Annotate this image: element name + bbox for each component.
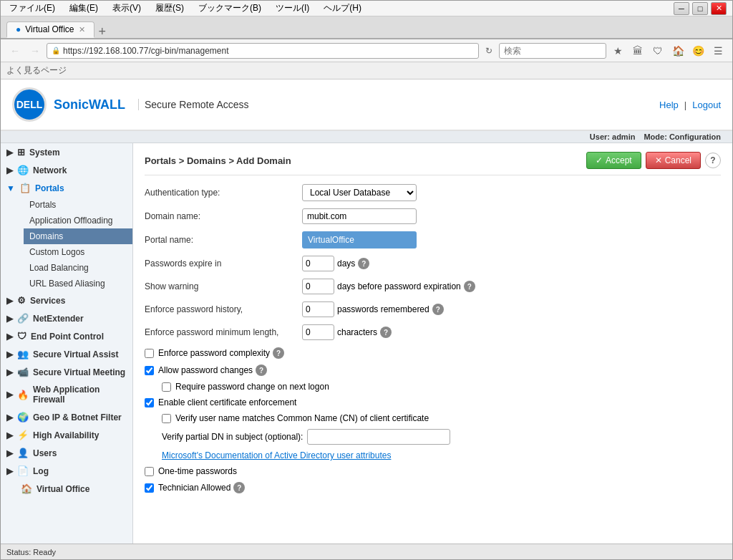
enforce-minlen-input[interactable]	[302, 324, 334, 340]
url-bar[interactable]: 🔒 https://192.168.100.77/cgi-bin/managem…	[47, 43, 479, 59]
require-change-checkbox[interactable]	[162, 382, 171, 392]
sidebar-item-log[interactable]: ▶ 📄 Log	[1, 462, 132, 480]
sidebar-item-urlaliasing[interactable]: URL Based Aliasing	[24, 276, 132, 291]
passwords-expire-input[interactable]	[302, 256, 334, 271]
menu-file[interactable]: ファイル(E)	[6, 1, 58, 15]
help-button[interactable]: ?	[705, 153, 721, 168]
passwords-expire-help-icon[interactable]: ?	[358, 258, 369, 269]
domain-name-input[interactable]	[302, 208, 417, 224]
passwords-expire-row: Passwords expire in days ?	[145, 256, 721, 271]
sidebar-label-secvirtmeet: Secure Virtual Meeting	[33, 367, 125, 377]
passwords-expire-label: Passwords expire in	[145, 259, 302, 269]
maximize-button[interactable]: □	[692, 2, 708, 15]
cancel-button[interactable]: ✕ Cancel	[646, 152, 701, 169]
sidebar-item-virtualoffice[interactable]: 🏠 Virtual Office	[1, 480, 132, 498]
check-icon: ✓	[596, 155, 603, 165]
require-change-label: Require password change on next logon	[175, 382, 329, 392]
sidebar-item-endpoint[interactable]: ▶ 🛡 End Point Control	[1, 327, 132, 345]
sidebar-item-customlogos[interactable]: Custom Logos	[24, 244, 132, 260]
enforce-minlen-help-icon[interactable]: ?	[380, 327, 392, 338]
partial-dn-label: Verify partial DN in subject (optional):	[162, 432, 303, 442]
sidebar-item-geoip[interactable]: ▶ 🌍 Geo IP & Botnet Filter	[1, 408, 132, 426]
star-icon[interactable]: ★	[609, 42, 626, 59]
domain-name-label: Domain name:	[145, 211, 302, 221]
forward-button[interactable]: →	[26, 42, 44, 59]
show-warning-row: Show warning days before password expira…	[145, 279, 721, 294]
lock-icon: 🔒	[52, 47, 60, 54]
sidebar-item-portals[interactable]: ▼ 📋 Portals	[1, 179, 132, 197]
shield-icon[interactable]: 🛡	[649, 42, 666, 59]
allow-changes-checkbox[interactable]	[145, 366, 154, 375]
help-link[interactable]: Help	[659, 100, 679, 110]
expand-icon: ▼	[6, 183, 15, 193]
back-button[interactable]: ←	[6, 42, 24, 59]
expand-icon: ▶	[6, 430, 13, 440]
bookmark-icon[interactable]: 🏛	[629, 42, 646, 59]
sidebar-item-services[interactable]: ▶ ⚙ Services	[1, 291, 132, 309]
new-tab-button[interactable]: +	[99, 25, 107, 38]
reload-button[interactable]: ↻	[482, 44, 496, 58]
sidebar-item-webapp[interactable]: ▶ 🔥 Web Application Firewall	[1, 381, 132, 408]
search-input[interactable]	[499, 43, 606, 59]
sidebar-item-appoffload[interactable]: Application Offloading	[24, 213, 132, 228]
menu-help[interactable]: ヘルプ(H)	[321, 1, 364, 15]
enforce-complexity-label: Enforce password complexity	[158, 348, 270, 358]
sidebar-item-highavail[interactable]: ▶ ⚡ High Availability	[1, 426, 132, 444]
enforce-complexity-help-icon[interactable]: ?	[273, 347, 284, 359]
menu-edit[interactable]: 編集(E)	[67, 1, 101, 15]
home-icon[interactable]: 🏠	[669, 42, 686, 59]
sidebar-item-portals-sub[interactable]: Portals	[24, 197, 132, 213]
ms-docs-link[interactable]: Microsoft's Documentation of Active Dire…	[162, 450, 391, 460]
partial-dn-input[interactable]	[307, 429, 450, 445]
menu-history[interactable]: 履歴(S)	[152, 1, 187, 15]
enforce-history-row: Enforce password history, passwords reme…	[145, 301, 721, 317]
enforce-history-input[interactable]	[302, 301, 334, 317]
enable-cert-label: Enable client certificate enforcement	[158, 397, 296, 407]
sidebar-item-netextender[interactable]: ▶ 🔗 NetExtender	[1, 309, 132, 327]
sidebar-label-endpoint: End Point Control	[31, 332, 104, 342]
sidebar-item-domains[interactable]: Domains	[24, 228, 132, 244]
menu-bookmarks[interactable]: ブックマーク(B)	[195, 1, 264, 15]
expand-icon: ▶	[6, 466, 13, 476]
enforce-complexity-checkbox[interactable]	[145, 349, 154, 358]
menu-view[interactable]: 表示(V)	[110, 1, 144, 15]
accept-button[interactable]: ✓ Accept	[586, 152, 641, 169]
technician-label: Technician Allowed	[158, 483, 230, 493]
days-label: days	[337, 259, 355, 269]
bookmarks-bar: よく見るページ	[1, 62, 732, 79]
show-warning-input[interactable]	[302, 279, 334, 294]
portal-name-input[interactable]	[302, 231, 417, 248]
sidebar-label-secvirtassist: Secure Virtual Assist	[33, 349, 118, 359]
technician-help-icon[interactable]: ?	[233, 482, 245, 493]
dell-logo-icon: DELL	[12, 87, 47, 122]
menu-tools[interactable]: ツール(I)	[273, 1, 312, 15]
app-header: DELL SonicWALL Secure Remote Access Help…	[1, 79, 732, 131]
minimize-button[interactable]: ─	[674, 2, 689, 15]
breadcrumb-bar: Portals > Domains > Add Domain ✓ Accept …	[145, 152, 721, 175]
logout-link[interactable]: Logout	[692, 100, 721, 110]
one-time-checkbox[interactable]	[145, 467, 154, 476]
enforce-history-help-icon[interactable]: ?	[432, 304, 444, 315]
menu-icon[interactable]: ☰	[709, 42, 727, 59]
sidebar-item-system[interactable]: ▶ ⊞ System	[1, 143, 132, 161]
smiley-icon[interactable]: 😊	[689, 42, 707, 59]
sidebar-item-secvirtmeet[interactable]: ▶ 📹 Secure Virtual Meeting	[1, 363, 132, 381]
show-warning-help-icon[interactable]: ?	[464, 281, 475, 292]
tab-close-icon[interactable]: ✕	[79, 25, 85, 34]
allow-changes-row: Allow password changes ?	[145, 365, 721, 376]
tab-virtual-office[interactable]: ● Virtual Office ✕	[6, 21, 94, 38]
sidebar-item-loadbalancing[interactable]: Load Balancing	[24, 260, 132, 276]
close-button[interactable]: ✕	[711, 2, 727, 15]
technician-checkbox[interactable]	[145, 483, 154, 493]
portal-name-row: Portal name:	[145, 231, 721, 248]
allow-changes-help-icon[interactable]: ?	[256, 365, 267, 376]
sidebar-label-network: Network	[33, 165, 67, 175]
auth-type-select[interactable]: Local User Database LDAP RADIUS NT Domai…	[302, 184, 417, 201]
verify-cn-checkbox[interactable]	[162, 414, 171, 423]
sidebar-item-secvirtassist[interactable]: ▶ 👥 Secure Virtual Assist	[1, 345, 132, 363]
sidebar-item-users[interactable]: ▶ 👤 Users	[1, 444, 132, 462]
expand-icon: ▶	[6, 314, 13, 324]
sidebar-item-network[interactable]: ▶ 🌐 Network	[1, 161, 132, 179]
enable-cert-checkbox[interactable]	[145, 398, 154, 407]
bookmarks-label: よく見るページ	[6, 64, 67, 77]
